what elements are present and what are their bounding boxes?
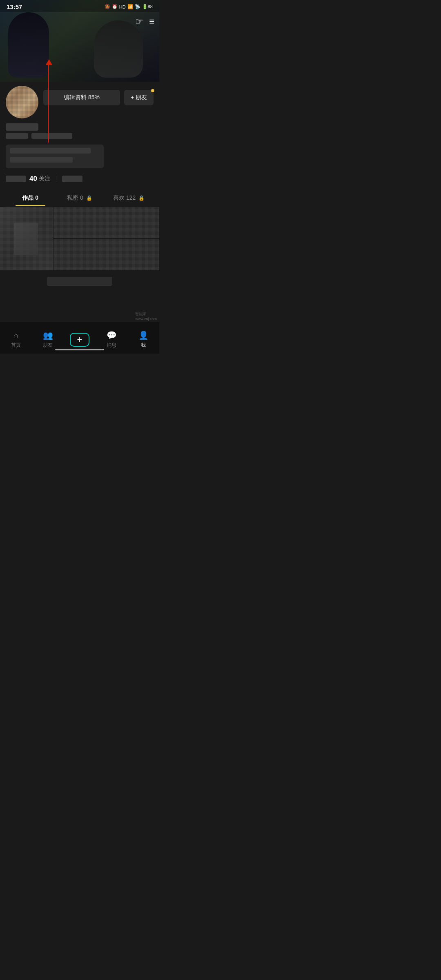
likes-lock-icon: 🔒 (138, 195, 145, 201)
hd-badge: HD (119, 4, 126, 9)
tab-likes[interactable]: 喜欢 122 🔒 (104, 190, 154, 206)
profile-top-row: 编辑资料 85% + 朋友 (6, 82, 154, 118)
bio-line-1 (10, 148, 91, 154)
hero-figure-right (94, 20, 143, 78)
status-icons: 🔕 ⏰ HD 📶 📡 🔋88 (105, 4, 153, 9)
me-icon: 👤 (138, 330, 149, 340)
private-lock-icon: 🔒 (86, 195, 92, 201)
content-grid (0, 207, 159, 270)
messages-icon: 💬 (107, 330, 117, 340)
home-icon: ⌂ (13, 331, 18, 340)
plus-icon: + (77, 334, 82, 345)
content-tabs: 作品 0 私密 0 🔒 喜欢 122 🔒 (6, 190, 154, 206)
friend-notification-dot (151, 89, 154, 92)
following-count-pixelated (6, 176, 26, 182)
user-id-pixelated (6, 133, 28, 139)
bio-block (6, 145, 104, 168)
hero-actions: ☞ ≡ (135, 16, 154, 27)
nav-me-label: 我 (141, 342, 146, 349)
nav-home-label: 首页 (11, 342, 21, 349)
watermark: 智能家www.znj.com (135, 312, 157, 321)
nav-friends[interactable]: 👥 朋友 (32, 327, 64, 349)
thumbnail-blur-2 (53, 207, 159, 238)
following-number: 40 (29, 175, 37, 183)
battery-icon: 🔋88 (142, 4, 153, 9)
nav-messages[interactable]: 💬 消息 (96, 327, 127, 349)
username-pixelated (6, 123, 38, 131)
friends-icon: 👥 (43, 330, 53, 340)
status-time: 13:57 (7, 3, 22, 10)
grid-item-1[interactable] (0, 207, 53, 270)
bio-block-inner (6, 145, 104, 166)
hero-figure-left (8, 12, 49, 78)
grid-item-3[interactable] (53, 239, 159, 270)
bio-line-2 (10, 157, 73, 163)
avatar (6, 86, 38, 118)
hero-image: ☞ ≡ (0, 0, 159, 82)
blurred-text-area (0, 270, 159, 292)
following-stat[interactable] (6, 176, 26, 182)
bottom-nav: ⌂ 首页 👥 朋友 + 💬 消息 👤 我 (0, 322, 159, 354)
nav-me[interactable]: 👤 我 (127, 327, 159, 349)
nav-home[interactable]: ⌂ 首页 (0, 327, 32, 349)
following-label: 关注 (39, 175, 50, 183)
tab-private[interactable]: 私密 0 🔒 (55, 190, 105, 206)
profile-section: 编辑资料 85% + 朋友 40 关注 (0, 82, 159, 206)
signal-icon: 📶 (127, 4, 133, 9)
user-name-block (6, 123, 154, 139)
add-friend-button[interactable]: + 朋友 (124, 90, 154, 105)
grid-item-2[interactable] (53, 207, 159, 238)
menu-button[interactable]: ≡ (149, 16, 154, 27)
nav-create[interactable]: + (64, 330, 96, 347)
thumbnail-content (0, 207, 53, 270)
stat-separator (56, 176, 56, 182)
user-tag-pixelated (31, 133, 72, 139)
avatar-pixel (6, 86, 38, 118)
edit-profile-button[interactable]: 编辑资料 85% (43, 90, 120, 105)
followers-stat[interactable] (62, 176, 82, 182)
user-meta-row (6, 133, 154, 139)
stats-row: 40 关注 (6, 175, 154, 183)
nav-messages-label: 消息 (107, 342, 116, 349)
profile-buttons: 编辑资料 85% + 朋友 (43, 90, 154, 105)
blurred-text-block (47, 277, 112, 286)
nav-friends-label: 朋友 (43, 342, 53, 349)
avatar-container (6, 86, 38, 118)
grid-right-column (53, 207, 159, 270)
alarm-icon: ⏰ (112, 4, 118, 9)
following-count-labeled[interactable]: 40 关注 (29, 175, 50, 183)
red-arrow-head (46, 59, 52, 65)
thumbnail-blur-3 (53, 239, 159, 270)
tab-works[interactable]: 作品 0 (6, 190, 55, 206)
followers-count-pixelated (62, 176, 82, 182)
red-arrow-annotation (47, 59, 49, 149)
home-indicator (55, 349, 104, 350)
red-arrow-line (48, 65, 49, 143)
status-bar: 13:57 🔕 ⏰ HD 📶 📡 🔋88 (0, 0, 159, 12)
share-button[interactable]: ☞ (135, 16, 143, 27)
wifi-icon: 📡 (135, 4, 140, 9)
create-button[interactable]: + (70, 333, 89, 347)
mute-icon: 🔕 (105, 4, 110, 9)
